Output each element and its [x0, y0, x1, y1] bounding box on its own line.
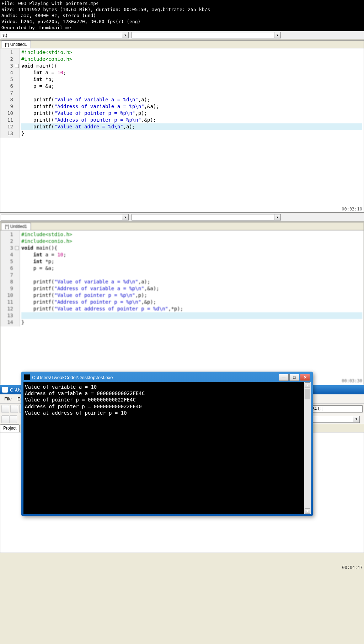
chevron-down-icon: ▼	[274, 32, 280, 38]
video-metadata-header: File: 003 Playing with pointers.mp4 Size…	[0, 0, 364, 31]
console-title: C:\Users\TweakCoder\Desktop\test.exe	[32, 375, 279, 380]
new-file-button[interactable]	[1, 405, 9, 413]
video-line: Video: h264, yuv420p, 1280x720, 30.00 fp…	[1, 19, 363, 25]
tab-row-2: [*] Untitled1	[0, 223, 364, 230]
console-line: Address of variable a = 000000000022FE4C	[25, 390, 309, 396]
dropdown-right-2[interactable]: ▼	[132, 214, 281, 220]
tool-button[interactable]	[1, 415, 9, 423]
tool-button[interactable]	[9, 415, 17, 423]
console-app-icon	[24, 374, 30, 380]
dropdown-bar-2: ▼ ▼	[0, 213, 364, 222]
open-file-button[interactable]	[10, 405, 18, 413]
editor-tab-1[interactable]: [*] Untitled1	[1, 41, 31, 48]
console-output[interactable]: ▲ ▼ Value of variable a = 10Address of v…	[23, 382, 311, 514]
project-tab[interactable]: Project	[0, 424, 20, 432]
file-line: File: 003 Playing with pointers.mp4	[1, 1, 363, 7]
window-buttons: — □ ✕	[279, 374, 310, 381]
pane1-timestamp: 00:03:10	[342, 207, 362, 212]
console-titlebar[interactable]: C:\Users\TweakCoder\Desktop\test.exe — □…	[23, 374, 311, 382]
devcpp-bottom: 00:04:47	[0, 553, 364, 571]
chevron-down-icon: ▼	[122, 214, 128, 220]
audio-line: Audio: aac, 48000 Hz, stereo (und)	[1, 13, 363, 19]
chevron-down-icon: ▼	[122, 32, 128, 38]
console-window[interactable]: C:\Users\TweakCoder\Desktop\test.exe — □…	[21, 372, 313, 516]
dropdown-left-1[interactable]: s.)▼	[1, 32, 129, 38]
menu-item-file[interactable]: File	[1, 395, 15, 403]
dropdown-bar-1: s.)▼ ▼	[0, 31, 364, 39]
fold-toggle-icon[interactable]: -	[15, 64, 19, 68]
devcpp-app-icon	[2, 387, 8, 393]
editor-pane-2: [*] Untitled1 123-4567891011121314 #incl…	[0, 222, 364, 384]
pane2-timestamp: 00:03:30	[342, 378, 362, 383]
line-gutter-2: 123-4567891011121314	[0, 230, 20, 326]
close-button[interactable]: ✕	[300, 374, 310, 381]
editor-tab-2[interactable]: [*] Untitled1	[1, 223, 31, 230]
console-line: Value of variable a = 10	[25, 384, 309, 390]
scrollbar-thumb[interactable]	[305, 389, 310, 399]
console-line: Address of pointer p = 000000000022FE40	[25, 403, 309, 410]
console-line: Value at address of pointer p = 10	[25, 410, 309, 416]
scroll-down-icon[interactable]: ▼	[305, 508, 310, 514]
dropdown-left-2[interactable]: ▼	[1, 214, 129, 220]
code-content-2[interactable]: #include<stdio.h>#include<conio.h>void m…	[20, 230, 364, 326]
maximize-button[interactable]: □	[289, 374, 299, 381]
dropdown-right-1[interactable]: ▼	[132, 32, 281, 38]
generated-line: Generated by Thumbnail me	[1, 25, 363, 31]
scroll-up-icon[interactable]: ▲	[305, 382, 310, 388]
code-area-1[interactable]: 123-45678910111213 #include<stdio.h>#inc…	[0, 48, 364, 138]
console-line: Value of pointer p = 000000000022FE4C	[25, 396, 309, 403]
code-area-2[interactable]: 123-4567891011121314 #include<stdio.h>#i…	[0, 230, 364, 326]
tab-row-1: [*] Untitled1	[0, 41, 364, 48]
fold-toggle-icon[interactable]: -	[15, 246, 19, 250]
final-timestamp: 00:04:47	[342, 565, 363, 570]
line-gutter-1: 123-45678910111213	[0, 48, 20, 138]
code-content-1[interactable]: #include<stdio.h>#include<conio.h>void m…	[20, 48, 364, 138]
minimize-button[interactable]: —	[279, 374, 289, 381]
chevron-down-icon: ▼	[274, 214, 280, 220]
size-line: Size: 11141952 bytes (10.63 MiB), durati…	[1, 7, 363, 13]
editor-pane-1: [*] Untitled1 123-45678910111213 #includ…	[0, 40, 364, 213]
chevron-down-icon: ▼	[353, 416, 359, 422]
